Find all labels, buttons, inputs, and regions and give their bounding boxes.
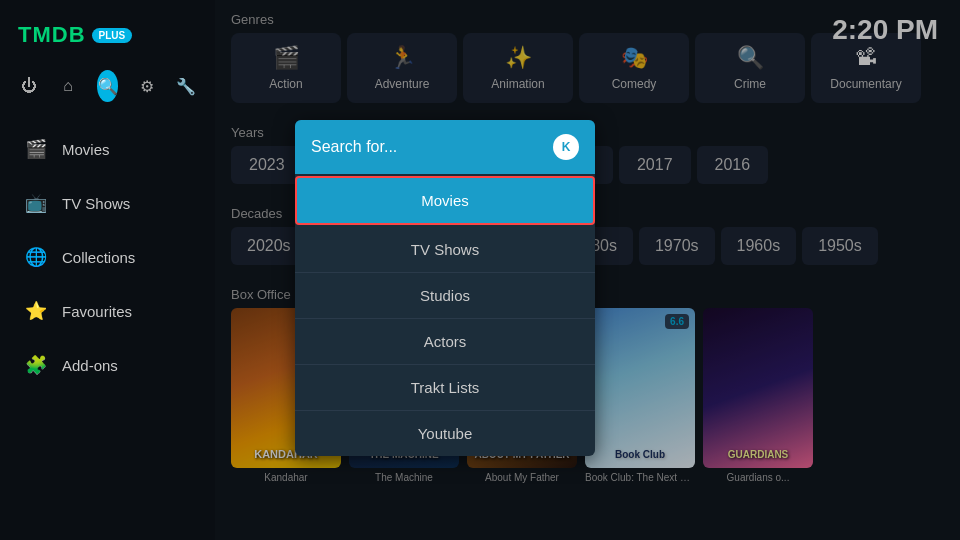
kodi-icon: K [553,134,579,160]
power-icon[interactable]: ⏻ [18,70,39,102]
sidebar-item-label: TV Shows [62,195,130,212]
favourites-icon: ⭐ [24,300,48,322]
movies-icon: 🎬 [24,138,48,160]
search-option-tvshows[interactable]: TV Shows [295,227,595,273]
sidebar: TMDB PLUS ⏻ ⌂ 🔍 ⚙ 🔧 🎬 Movies 📺 TV Shows … [0,0,215,540]
settings-icon[interactable]: ⚙ [136,70,157,102]
addons-icon: 🧩 [24,354,48,376]
tvshows-icon: 📺 [24,192,48,214]
sidebar-item-addons[interactable]: 🧩 Add-ons [6,340,209,390]
app-name: TMDB [18,22,86,48]
sidebar-nav: 🎬 Movies 📺 TV Shows 🌐 Collections ⭐ Favo… [0,120,215,394]
search-header-text: Search for... [311,138,397,156]
sidebar-item-label: Add-ons [62,357,118,374]
sidebar-item-collections[interactable]: 🌐 Collections [6,232,209,282]
search-option-trakt[interactable]: Trakt Lists [295,365,595,411]
search-dropdown: Search for... K Movies TV Shows Studios … [295,120,595,456]
collections-icon: 🌐 [24,246,48,268]
sidebar-item-label: Movies [62,141,110,158]
sidebar-item-label: Favourites [62,303,132,320]
search-option-youtube[interactable]: Youtube [295,411,595,456]
tmdb-logo: TMDB PLUS [18,22,132,48]
tools-icon[interactable]: 🔧 [176,70,197,102]
sidebar-item-movies[interactable]: 🎬 Movies [6,124,209,174]
search-option-movies[interactable]: Movies [295,176,595,225]
search-dropdown-header: Search for... K [295,120,595,174]
sidebar-header: TMDB PLUS [0,10,215,64]
search-option-studios[interactable]: Studios [295,273,595,319]
sidebar-icon-row: ⏻ ⌂ 🔍 ⚙ 🔧 [0,64,215,120]
sidebar-item-tvshows[interactable]: 📺 TV Shows [6,178,209,228]
app-badge: PLUS [92,28,133,43]
search-icon[interactable]: 🔍 [97,70,118,102]
sidebar-item-label: Collections [62,249,135,266]
home-icon[interactable]: ⌂ [57,70,78,102]
search-option-actors[interactable]: Actors [295,319,595,365]
main-content: 2:20 PM Genres 🎬 Action 🏃 Adventure ✨ An… [215,0,960,540]
sidebar-item-favourites[interactable]: ⭐ Favourites [6,286,209,336]
